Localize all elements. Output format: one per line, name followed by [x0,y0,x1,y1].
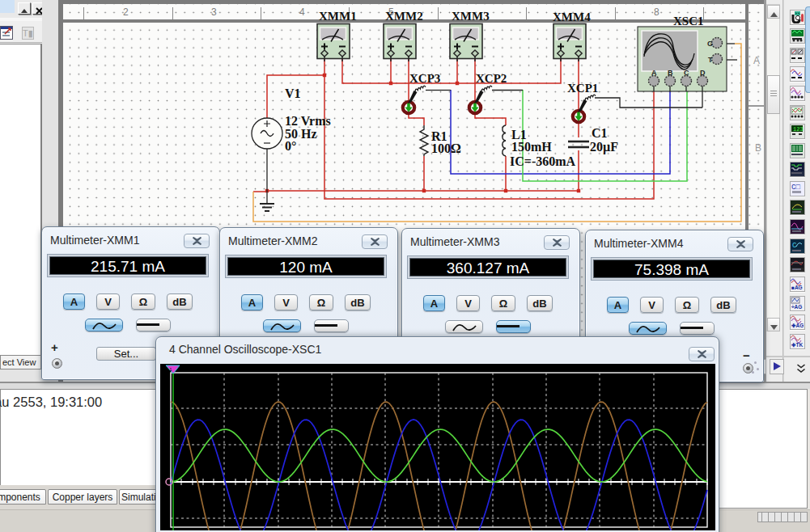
svg-text:B: B [668,69,673,77]
svg-text:XMM3: XMM3 [452,10,490,23]
svg-text:C1: C1 [592,126,608,140]
svg-text:XMM2: XMM2 [385,10,423,23]
svg-text:C: C [684,69,689,77]
svg-text:XCP3: XCP3 [409,72,440,85]
svg-text:A: A [651,69,657,77]
svg-text:÷AG: ÷AG [791,304,802,310]
svg-text:XMM4: XMM4 [553,11,591,23]
svg-text:✚AG: ✚AG [791,323,804,328]
svg-text:V1: V1 [285,87,301,100]
svg-text:D: D [700,69,706,77]
svg-text:XSC1: XSC1 [673,15,704,27]
svg-text:0°: 0° [285,139,296,153]
svg-text:12 Vrms: 12 Vrms [285,114,331,128]
svg-text:IC=-360mA: IC=-360mA [510,154,576,168]
svg-text:XCP2: XCP2 [476,72,507,85]
svg-text:T: T [708,56,713,64]
svg-text:XCP1: XCP1 [567,82,598,95]
svg-text:123: 123 [793,126,804,133]
svg-text:150mH: 150mH [511,140,552,154]
svg-text:20µF: 20µF [590,140,618,154]
svg-text:G: G [707,40,713,48]
svg-text:■AG: ■AG [791,285,803,290]
svg-text:C□: C□ [791,184,800,192]
svg-text:✚TK: ✚TK [791,342,803,348]
svg-text:XMM1: XMM1 [319,10,357,23]
svg-text:100Ω: 100Ω [431,141,461,155]
